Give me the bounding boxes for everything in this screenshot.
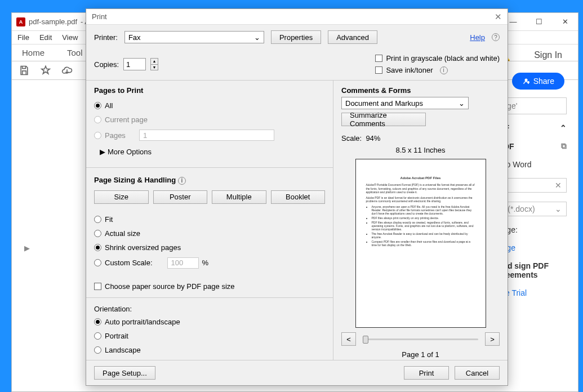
dialog-top-row: Printer: Fax ⌄ Properties Advanced Help … — [86, 25, 508, 80]
slider-thumb[interactable] — [363, 336, 368, 344]
more-options-toggle[interactable]: ▶More Options — [100, 148, 325, 156]
sizing-header: Page Sizing & Handling i — [94, 176, 325, 185]
radio-shrink[interactable] — [94, 244, 101, 251]
svg-point-1 — [527, 81, 529, 83]
summarize-button[interactable]: Summarize Comments — [341, 113, 426, 126]
menu-view[interactable]: View — [62, 33, 78, 42]
printer-label: Printer: — [94, 33, 118, 42]
tab-tools[interactable]: Tool — [67, 48, 83, 57]
help-icon[interactable]: ? — [492, 33, 500, 41]
chevron-down-icon: ⌄ — [254, 33, 260, 42]
grayscale-checkbox[interactable] — [375, 55, 382, 62]
save-icon[interactable] — [19, 65, 30, 76]
properties-button[interactable]: Properties — [271, 30, 321, 44]
size-button[interactable]: Size — [94, 190, 149, 204]
radio-current[interactable] — [94, 116, 101, 123]
radio-pages[interactable] — [94, 132, 101, 139]
print-preview: Adobe Acrobat PDF Files Adobe® Portable … — [355, 159, 486, 328]
dialog-close-button[interactable]: ✕ — [495, 12, 502, 22]
print-button[interactable]: Print — [404, 366, 449, 380]
print-dialog: Print ✕ Printer: Fax ⌄ Properties Advanc… — [86, 8, 508, 386]
multiple-button[interactable]: Multiple — [212, 190, 266, 204]
sign-in-link[interactable]: Sign In — [534, 50, 562, 60]
document-filename: pdf-sample.pdf — [29, 17, 77, 26]
help-link[interactable]: Help — [470, 33, 485, 42]
triangle-right-icon: ▶ — [100, 148, 105, 156]
radio-landscape[interactable] — [94, 346, 101, 354]
star-icon[interactable] — [40, 65, 51, 76]
cloud-icon[interactable] — [61, 65, 73, 76]
comments-header: Comments & Forms — [341, 86, 500, 95]
left-panel-toggle[interactable]: ▶ — [24, 244, 30, 252]
dialog-title: Print — [92, 12, 107, 21]
copies-input[interactable]: 1 — [123, 58, 146, 70]
custom-scale-input[interactable]: 100 — [167, 257, 199, 269]
right-column: Comments & Forms Document and Markups ⌄ … — [333, 81, 508, 360]
grayscale-label: Print in grayscale (black and white) — [386, 54, 500, 63]
preview-next-button[interactable]: > — [485, 332, 500, 346]
pages-to-print-header: Pages to Print — [94, 86, 325, 95]
scale-row: Scale: 94% — [341, 134, 500, 142]
radio-custom[interactable] — [94, 259, 101, 266]
paper-dim: 8.5 x 11 Inches — [341, 146, 500, 154]
chevron-up-icon: ⌃ — [560, 123, 567, 132]
share-icon — [522, 77, 530, 85]
printer-select[interactable]: Fax ⌄ — [124, 31, 264, 43]
share-button[interactable]: Share — [512, 73, 564, 90]
saveink-checkbox[interactable] — [375, 66, 382, 74]
window-controls: — ☐ ✕ — [500, 13, 578, 30]
copies-spinner[interactable]: ▲▼ — [150, 58, 158, 70]
dialog-titlebar: Print ✕ — [86, 9, 508, 25]
copy-icon[interactable]: ⧉ — [561, 141, 567, 151]
menu-edit[interactable]: Edit — [39, 33, 52, 42]
left-column: Pages to Print All Current page Pages 1 … — [86, 81, 333, 360]
page-setup-button[interactable]: Page Setup... — [94, 366, 155, 380]
radio-actual[interactable] — [94, 230, 101, 237]
menu-file[interactable]: File — [17, 33, 29, 42]
saveink-label: Save ink/toner — [386, 66, 433, 74]
booklet-button[interactable]: Booklet — [271, 190, 326, 204]
cancel-button[interactable]: Cancel — [455, 366, 500, 380]
advanced-button[interactable]: Advanced — [328, 30, 377, 44]
close-icon[interactable]: ✕ — [555, 181, 562, 190]
maximize-button[interactable]: ☐ — [526, 13, 552, 30]
tab-home[interactable]: Home — [22, 48, 44, 57]
dialog-footer: Page Setup... Print Cancel — [86, 360, 508, 385]
copies-label: Copies: — [94, 60, 119, 69]
radio-fit[interactable] — [94, 216, 101, 223]
paper-source-checkbox[interactable] — [94, 283, 101, 290]
radio-portrait[interactable] — [94, 332, 101, 340]
svg-point-0 — [524, 79, 527, 82]
pages-input[interactable]: 1 — [139, 130, 274, 141]
preview-title: Adobe Acrobat PDF Files — [366, 176, 475, 180]
poster-button[interactable]: Poster — [153, 190, 208, 204]
comments-select[interactable]: Document and Markups ⌄ — [341, 97, 469, 109]
radio-all[interactable] — [94, 102, 101, 109]
chevron-down-icon: ⌄ — [555, 204, 562, 213]
info-icon[interactable]: i — [440, 66, 448, 74]
preview-slider[interactable] — [363, 338, 478, 340]
chevron-down-icon: ⌄ — [459, 99, 465, 108]
info-icon[interactable]: i — [178, 177, 186, 185]
preview-prev-button[interactable]: < — [341, 332, 356, 346]
pdf-icon: A — [16, 17, 25, 26]
radio-auto-orient[interactable] — [94, 318, 101, 326]
close-button[interactable]: ✕ — [552, 13, 578, 30]
preview-page-indicator: Page 1 of 1 — [341, 350, 500, 359]
orientation-header: Orientation: — [94, 305, 325, 313]
